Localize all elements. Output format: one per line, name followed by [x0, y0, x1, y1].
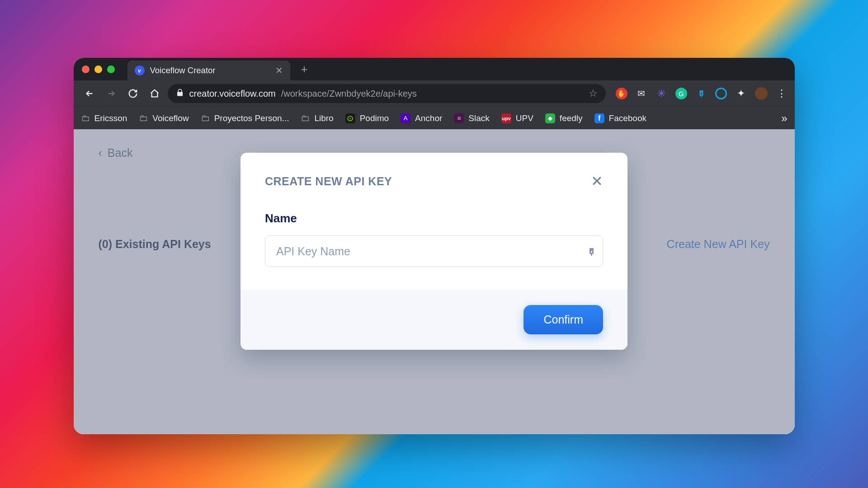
bookmark-label: feedly: [560, 113, 583, 123]
bookmarks-bar: 🗀Ericsson 🗀Voiceflow 🗀Proyectos Person..…: [74, 107, 795, 129]
bookmark-proyectos[interactable]: 🗀Proyectos Person...: [201, 113, 289, 123]
upv-icon: upv: [501, 113, 511, 123]
minimize-window-button[interactable]: [94, 66, 102, 73]
loom-icon[interactable]: ✳: [656, 88, 667, 99]
bookmark-label: Anchor: [415, 113, 442, 123]
url-host: creator.voiceflow.com: [189, 89, 276, 99]
reload-button[interactable]: [124, 85, 142, 102]
address-bar[interactable]: creator.voiceflow.com/workspace/Zwnbdyek…: [168, 84, 606, 103]
bookmark-label: Voiceflow: [152, 113, 189, 123]
tab-favicon: v: [135, 66, 145, 75]
bookmarks-overflow-button[interactable]: »: [781, 112, 787, 125]
api-key-name-input[interactable]: [265, 235, 603, 267]
home-button[interactable]: [146, 85, 163, 102]
modal-title: CREATE NEW API KEY: [265, 175, 392, 188]
extension-icons: ✋ ✉ ✳ G l¦l ✦ ⋮: [610, 87, 788, 100]
bookmark-upv[interactable]: upvUPV: [501, 113, 533, 123]
confirm-button[interactable]: Confirm: [524, 305, 603, 334]
new-tab-button[interactable]: +: [295, 62, 314, 76]
facebook-icon: f: [594, 113, 604, 123]
browser-tab[interactable]: v Voiceflow Creator ✕: [127, 61, 290, 80]
modal-header: CREATE NEW API KEY ✕: [265, 173, 603, 190]
bookmark-feedly[interactable]: ◆feedly: [545, 113, 583, 123]
bookmark-label: Ericsson: [94, 113, 127, 123]
mail-icon[interactable]: ✉: [636, 88, 647, 99]
browser-window: v Voiceflow Creator ✕ + creator.voiceflo…: [74, 58, 795, 434]
bookmark-label: UPV: [516, 113, 533, 123]
folder-icon: 🗀: [201, 113, 210, 123]
profile-avatar[interactable]: [755, 87, 768, 100]
bookmark-ericsson[interactable]: 🗀Ericsson: [81, 113, 127, 123]
tab-bar: v Voiceflow Creator ✕ +: [74, 58, 795, 80]
name-field-label: Name: [265, 211, 603, 225]
extensions-icon[interactable]: ✦: [735, 88, 747, 99]
bookmark-anchor[interactable]: AAnchor: [401, 113, 442, 123]
bookmark-facebook[interactable]: fFacebook: [594, 113, 646, 123]
bookmark-label: Libro: [314, 113, 333, 123]
url-path: /workspace/Zwnbdyek2e/api-keys: [281, 89, 417, 99]
dashlane-icon[interactable]: l¦l: [695, 88, 707, 99]
close-window-button[interactable]: [82, 66, 90, 73]
modal-overlay[interactable]: CREATE NEW API KEY ✕ Name l¦l Confirm: [74, 129, 795, 434]
tab-close-button[interactable]: ✕: [275, 65, 283, 76]
window-controls: [82, 66, 115, 73]
modal-footer: Confirm: [241, 290, 627, 350]
browser-toolbar: creator.voiceflow.com/workspace/Zwnbdyek…: [74, 80, 795, 107]
bookmark-slack[interactable]: ⌗Slack: [454, 113, 489, 123]
bookmark-label: Podimo: [360, 113, 389, 123]
podimo-icon: ⊙: [345, 113, 355, 123]
bookmark-podimo[interactable]: ⊙Podimo: [345, 113, 389, 123]
folder-icon: 🗀: [301, 113, 310, 123]
page-content: ‹ Back API Keys (0) Existing API Keys Cr…: [74, 129, 795, 434]
bookmark-star-icon[interactable]: ☆: [589, 88, 598, 99]
create-api-key-modal: CREATE NEW API KEY ✕ Name l¦l Confirm: [241, 153, 627, 350]
browser-menu-icon[interactable]: ⋮: [776, 88, 788, 99]
modal-close-button[interactable]: ✕: [591, 173, 603, 190]
tab-title: Voiceflow Creator: [150, 66, 216, 75]
alexa-icon[interactable]: [715, 88, 727, 99]
bookmark-voiceflow[interactable]: 🗀Voiceflow: [139, 113, 189, 123]
feedly-icon: ◆: [545, 113, 555, 123]
slack-icon: ⌗: [454, 113, 464, 123]
grammarly-icon[interactable]: G: [675, 88, 687, 99]
folder-icon: 🗀: [139, 113, 148, 123]
ublock-icon[interactable]: ✋: [616, 88, 627, 99]
name-input-wrap: l¦l: [265, 235, 603, 267]
bookmark-libro[interactable]: 🗀Libro: [301, 113, 333, 123]
lock-icon: [176, 89, 184, 99]
modal-body: CREATE NEW API KEY ✕ Name l¦l: [241, 153, 627, 290]
anchor-icon: A: [401, 113, 410, 123]
bookmark-label: Facebook: [609, 113, 646, 123]
bookmark-label: Proyectos Person...: [214, 113, 289, 123]
maximize-window-button[interactable]: [107, 66, 115, 73]
folder-icon: 🗀: [81, 113, 90, 123]
back-button[interactable]: [81, 85, 98, 102]
forward-button[interactable]: [103, 85, 120, 102]
dashlane-autofill-icon[interactable]: l¦l: [589, 247, 593, 256]
bookmark-label: Slack: [468, 113, 489, 123]
